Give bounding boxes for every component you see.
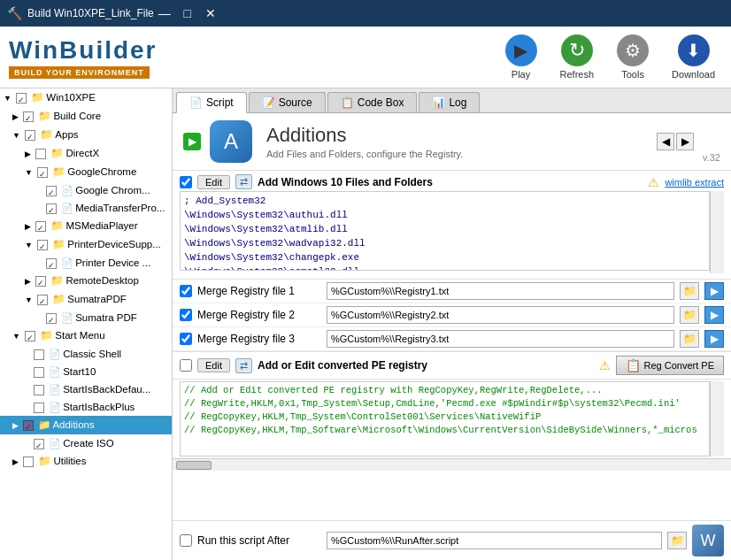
- h-scroll-thumb: [176, 461, 212, 470]
- run-script-input[interactable]: [327, 532, 662, 549]
- tree-item-startisbackdefault[interactable]: 📄StartIsBackDefau...: [0, 380, 172, 398]
- tree-item-additions[interactable]: ▶ 📁Additions: [0, 416, 172, 434]
- tree-item-startisbackplus[interactable]: 📄StartIsBackPlus: [0, 398, 172, 416]
- tree-item-sumatra-file[interactable]: 📄Sumatra PDF: [0, 309, 172, 326]
- tree-item-utilities[interactable]: ▶ 📁Utilities: [0, 452, 172, 471]
- run-script-checkbox[interactable]: [180, 534, 192, 547]
- section-icon: A: [210, 120, 252, 163]
- pe-reg-edit-button[interactable]: Edit: [197, 358, 230, 372]
- download-button[interactable]: ⬇ Download: [665, 31, 722, 83]
- merge-reg3-input[interactable]: [327, 330, 674, 348]
- tree-item-remotedesktop[interactable]: ▶ 📁RemoteDesktop: [0, 272, 172, 290]
- run-script-folder-icon[interactable]: 📁: [667, 532, 687, 549]
- add-files-scrollbar[interactable]: [710, 191, 724, 273]
- tree-item-googlechrome-file[interactable]: 📄Google Chrom...: [0, 181, 172, 199]
- tab-log[interactable]: 📊 Log: [419, 92, 480, 112]
- section-title: Additions: [266, 124, 463, 147]
- app-icon: 🔨: [7, 6, 22, 20]
- play-button[interactable]: ▶ Play: [498, 31, 544, 83]
- merge-registry-row-2: Merge Registry file 2 📁 ▶: [173, 303, 731, 327]
- merge-reg1-folder-icon[interactable]: 📁: [680, 282, 699, 300]
- tab-log-icon: 📊: [432, 96, 445, 109]
- tree-item-printer-file[interactable]: 📄Printer Device ...: [0, 254, 172, 272]
- add-files-edit-button[interactable]: Edit: [197, 175, 230, 189]
- tree-item-msmediaplayer[interactable]: ▶ 📁MSMediaPlayer: [0, 217, 172, 235]
- tab-source[interactable]: 📝 Source: [249, 92, 326, 112]
- pe-reg-checkbox[interactable]: [180, 359, 192, 372]
- tree-item-win10xpe[interactable]: ▼ 📁Win10XPE: [0, 88, 172, 107]
- reg-icon: 📋: [626, 358, 641, 372]
- right-panel: 📄 Script 📝 Source 📋 Code Box 📊 Log: [173, 88, 731, 560]
- tree-item-createiso[interactable]: 📄Create ISO: [0, 434, 172, 452]
- content-area: ▶ A Additions Add Files and Folders, con…: [173, 113, 731, 560]
- window-controls: — □ ✕: [154, 3, 221, 24]
- prev-arrow[interactable]: ◀: [657, 133, 674, 150]
- merge-reg1-label: Merge Registry file 1: [197, 285, 321, 297]
- pe-reg-arrow-button[interactable]: ⇄: [235, 358, 252, 373]
- maximize-button[interactable]: □: [177, 3, 198, 24]
- tree-item-start10[interactable]: 📄Start10: [0, 363, 172, 380]
- tools-icon: ⚙: [617, 35, 649, 66]
- merge-reg2-arrow-icon[interactable]: ▶: [704, 306, 724, 324]
- title-bar-text: Build Win10XPE_Link_File: [27, 7, 154, 19]
- pe-reg-scrollbar[interactable]: [710, 381, 724, 456]
- pe-reg-h-scrollbar[interactable]: [173, 458, 731, 471]
- run-script-row: Run this script After 📁 W: [173, 520, 731, 560]
- section-description: Add Files and Folders, configure the Reg…: [266, 149, 463, 159]
- merge-reg2-checkbox[interactable]: [180, 309, 192, 321]
- merge-reg2-folder-icon[interactable]: 📁: [680, 306, 699, 324]
- refresh-icon: ↻: [561, 35, 593, 66]
- left-panel: ▼ 📁Win10XPE ▶ 📁Build Core ▼ 📁Apps ▶ 📁Dir…: [0, 88, 173, 560]
- add-files-arrow-button[interactable]: ⇄: [235, 174, 252, 189]
- wimlib-link[interactable]: wimlib extract: [665, 177, 724, 188]
- merge-registry-row-3: Merge Registry file 3 📁 ▶: [173, 327, 731, 351]
- tree-item-directx[interactable]: ▶ 📁DirectX: [0, 144, 172, 163]
- play-icon: ▶: [505, 35, 537, 66]
- tree-item-classicshell[interactable]: 📄Classic Shell: [0, 345, 172, 363]
- pe-registry-code[interactable]: // Add or Edit converted PE registry wit…: [180, 381, 710, 456]
- merge-reg3-arrow-icon[interactable]: ▶: [704, 330, 724, 348]
- tree-item-sumatrapdf[interactable]: ▼ 📁SumatraPDF: [0, 290, 172, 309]
- merge-reg1-checkbox[interactable]: [180, 285, 192, 297]
- add-files-warning-icon: ⚠: [648, 175, 659, 189]
- merge-reg2-label: Merge Registry file 2: [197, 309, 321, 321]
- minimize-button[interactable]: —: [154, 3, 175, 24]
- logo-subtitle: BUILD YOUR ENVIRONMENT: [9, 66, 150, 79]
- add-files-title: Add Windows 10 Files and Folders: [258, 176, 643, 188]
- tab-codebox[interactable]: 📋 Code Box: [327, 92, 418, 112]
- header: WinBuilder BUILD YOUR ENVIRONMENT ▶ Play…: [0, 27, 731, 88]
- refresh-button[interactable]: ↻ Refresh: [553, 31, 602, 83]
- pe-registry-section: Edit ⇄ Add or Edit converted PE registry…: [173, 351, 731, 471]
- body: ▼ 📁Win10XPE ▶ 📁Build Core ▼ 📁Apps ▶ 📁Dir…: [0, 88, 731, 560]
- tools-button[interactable]: ⚙ Tools: [610, 31, 656, 83]
- download-icon: ⬇: [678, 35, 710, 66]
- tree-item-startmenu[interactable]: ▼ 📁Start Menu: [0, 326, 172, 345]
- tree-item-buildcore[interactable]: ▶ 📁Build Core: [0, 107, 172, 126]
- merge-reg1-arrow-icon[interactable]: ▶: [704, 282, 724, 300]
- add-files-code[interactable]: ; Add_System32 \Windows\System32\authui.…: [180, 191, 710, 271]
- tab-codebox-icon: 📋: [341, 96, 354, 109]
- merge-registry-rows: Merge Registry file 1 📁 ▶ Merge Registry…: [173, 280, 731, 351]
- pe-reg-warning-icon: ⚠: [599, 358, 611, 372]
- tree-item-mediatransfer[interactable]: 📄MediaTransferPro...: [0, 199, 172, 217]
- merge-reg1-input[interactable]: [327, 282, 674, 300]
- next-arrow[interactable]: ▶: [676, 133, 694, 150]
- tree-item-apps[interactable]: ▼ 📁Apps: [0, 126, 172, 144]
- tree-item-googlechrome[interactable]: ▼ 📁GoogleChrome: [0, 163, 172, 181]
- merge-reg3-checkbox[interactable]: [180, 333, 192, 345]
- logo-area: WinBuilder BUILD YOUR ENVIRONMENT: [9, 36, 498, 79]
- reg-convert-button[interactable]: 📋 Reg Convert PE: [616, 356, 724, 375]
- merge-reg3-folder-icon[interactable]: 📁: [680, 330, 699, 348]
- add-files-header: Edit ⇄ Add Windows 10 Files and Folders …: [180, 174, 724, 189]
- merge-reg2-input[interactable]: [327, 306, 674, 324]
- logo-title: WinBuilder: [9, 36, 498, 65]
- add-files-section: Edit ⇄ Add Windows 10 Files and Folders …: [173, 171, 731, 280]
- add-files-checkbox[interactable]: [180, 176, 192, 188]
- run-script-badge-icon: W: [692, 525, 724, 556]
- title-bar: 🔨 Build Win10XPE_Link_File — □ ✕: [0, 0, 731, 27]
- close-button[interactable]: ✕: [200, 3, 221, 24]
- tab-script[interactable]: 📄 Script: [176, 92, 247, 113]
- tree-item-printerdevice[interactable]: ▼ 📁PrinterDeviceSupp...: [0, 235, 172, 254]
- run-script-label: Run this script After: [197, 534, 321, 547]
- pe-registry-header: Edit ⇄ Add or Edit converted PE registry…: [173, 352, 731, 380]
